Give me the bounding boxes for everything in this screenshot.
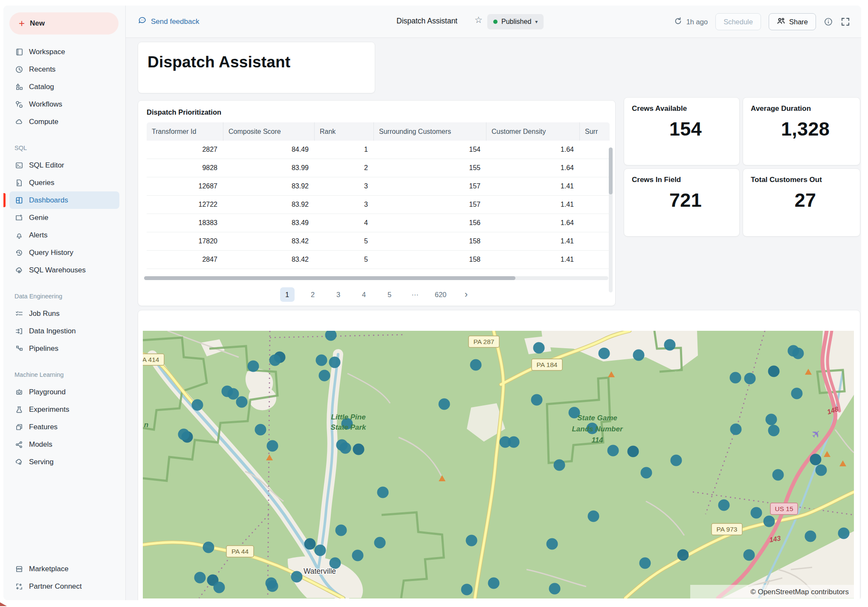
sidebar-item-serving[interactable]: Serving <box>9 453 119 471</box>
transformer-dot[interactable] <box>377 487 389 498</box>
transformer-dot[interactable] <box>319 370 330 382</box>
transformer-dot[interactable] <box>531 394 543 406</box>
page-button-3[interactable]: 3 <box>331 287 346 302</box>
transformer-dot[interactable] <box>374 537 386 549</box>
sidebar-item-models[interactable]: Models <box>9 436 119 453</box>
transformer-dot[interactable] <box>768 366 780 377</box>
transformer-dot[interactable] <box>508 436 520 448</box>
transformer-dot[interactable] <box>639 558 651 569</box>
column-header[interactable]: Rank <box>315 122 374 141</box>
next-page-chevron-icon[interactable]: › <box>459 287 474 302</box>
transformer-dot[interactable] <box>352 550 364 561</box>
transformer-dot[interactable] <box>718 500 730 511</box>
transformer-dot[interactable] <box>214 582 225 593</box>
vertical-scrollbar[interactable] <box>609 147 613 292</box>
transformer-dot[interactable] <box>744 373 756 384</box>
transformer-dot[interactable] <box>744 549 755 561</box>
transformer-dot[interactable] <box>353 444 365 455</box>
transformer-dot[interactable] <box>192 399 203 411</box>
table-row[interactable]: 284783.4251581.41 <box>147 251 610 269</box>
transformer-dot[interactable] <box>764 516 775 527</box>
transformer-dot[interactable] <box>599 348 610 359</box>
sidebar-item-features[interactable]: Features <box>9 418 119 436</box>
sidebar-item-workspace[interactable]: Workspace <box>9 43 119 61</box>
transformer-dot[interactable] <box>267 440 278 452</box>
transformer-dot[interactable] <box>810 454 822 465</box>
sidebar-item-data-ingestion[interactable]: Data Ingestion <box>9 322 119 340</box>
transformer-dot[interactable] <box>549 583 561 595</box>
transformer-dot[interactable] <box>554 460 565 471</box>
sidebar-item-dashboards[interactable]: Dashboards <box>9 191 119 209</box>
scrollbar-thumb[interactable] <box>144 276 515 280</box>
transformer-dot[interactable] <box>641 467 652 479</box>
transformer-dot[interactable] <box>470 359 482 371</box>
sidebar-item-sql-warehouses[interactable]: SQL Warehouses <box>9 261 119 279</box>
transformer-dot[interactable] <box>730 372 741 384</box>
page-button-1[interactable]: 1 <box>280 287 295 302</box>
transformer-dot[interactable] <box>466 535 477 546</box>
transformer-dot[interactable] <box>628 446 639 457</box>
schedule-button[interactable]: Schedule <box>715 13 761 30</box>
transformer-dot[interactable] <box>488 578 500 589</box>
sidebar-item-partner-connect[interactable]: Partner Connect <box>9 578 119 595</box>
transformer-dot[interactable] <box>751 507 762 519</box>
map[interactable]: ✈ PA 414 PA 287 PA 184 PA 44 PA 973 US 1… <box>143 331 854 598</box>
transformer-dot[interactable] <box>255 424 266 436</box>
transformer-dot[interactable] <box>671 455 682 466</box>
transformer-dot[interactable] <box>677 549 689 561</box>
column-header[interactable]: Customer Density <box>486 122 580 141</box>
transformer-dot[interactable] <box>336 525 347 536</box>
share-button[interactable]: Share <box>769 13 816 30</box>
transformer-dot[interactable] <box>766 414 777 425</box>
transformer-dot[interactable] <box>329 357 341 368</box>
sidebar-item-recents[interactable]: Recents <box>9 61 119 78</box>
horizontal-scrollbar[interactable] <box>144 276 608 280</box>
sidebar-item-genie[interactable]: Genie <box>9 209 119 226</box>
sidebar-item-query-history[interactable]: Query History <box>9 244 119 261</box>
transformer-dot[interactable] <box>439 399 450 410</box>
page-button-5[interactable]: 5 <box>382 287 397 302</box>
transformer-dot[interactable] <box>633 350 645 361</box>
column-header[interactable]: Composite Score <box>223 122 315 141</box>
refresh-button[interactable]: 1h ago <box>674 17 708 27</box>
transformer-dot[interactable] <box>340 442 351 454</box>
star-icon[interactable]: ☆ <box>475 15 483 25</box>
transformer-dot[interactable] <box>203 542 214 553</box>
transformer-dot[interactable] <box>730 424 742 435</box>
column-header[interactable]: Transformer Id <box>147 122 223 141</box>
sidebar-item-queries[interactable]: Queries <box>9 174 119 191</box>
sidebar-item-playground[interactable]: Playground <box>9 383 119 401</box>
published-status-dropdown[interactable]: Published ▾ <box>487 14 544 29</box>
transformer-dot[interactable] <box>664 339 676 351</box>
page-button-4[interactable]: 4 <box>357 287 371 302</box>
transformer-dot[interactable] <box>236 396 248 408</box>
transformer-dot[interactable] <box>588 511 599 522</box>
transformer-dot[interactable] <box>816 465 827 476</box>
transformer-dot[interactable] <box>291 571 303 583</box>
table-row[interactable]: 1838383.4941561.64 <box>147 214 610 232</box>
info-icon[interactable] <box>824 17 833 26</box>
send-feedback-link[interactable]: Send feedback <box>138 16 199 27</box>
transformer-dot[interactable] <box>838 528 850 539</box>
transformer-dot[interactable] <box>316 355 327 366</box>
transformer-dot[interactable] <box>791 388 803 399</box>
table-row[interactable]: 282784.4911541.64 <box>147 141 610 159</box>
sidebar-item-workflows[interactable]: Workflows <box>9 95 119 113</box>
transformer-dot[interactable] <box>315 545 326 556</box>
transformer-dot[interactable] <box>461 584 473 595</box>
sidebar-item-marketplace[interactable]: Marketplace <box>9 560 119 578</box>
transformer-dot[interactable] <box>304 538 316 550</box>
transformer-dot[interactable] <box>178 429 190 440</box>
column-header[interactable]: Surr <box>580 122 610 141</box>
transformer-dot[interactable] <box>533 342 545 354</box>
transformer-dot[interactable] <box>248 361 259 372</box>
transformer-dot[interactable] <box>608 445 619 457</box>
sidebar-item-compute[interactable]: Compute <box>9 113 119 130</box>
scrollbar-thumb[interactable] <box>609 147 613 194</box>
page-button-last[interactable]: 620 <box>434 287 448 302</box>
transformer-dot[interactable] <box>267 581 278 592</box>
sidebar-item-experiments[interactable]: Experiments <box>9 401 119 418</box>
sidebar-item-sql-editor[interactable]: SQL Editor <box>9 156 119 174</box>
transformer-dot[interactable] <box>805 531 816 542</box>
table-row[interactable]: 1782083.4251581.41 <box>147 232 610 251</box>
